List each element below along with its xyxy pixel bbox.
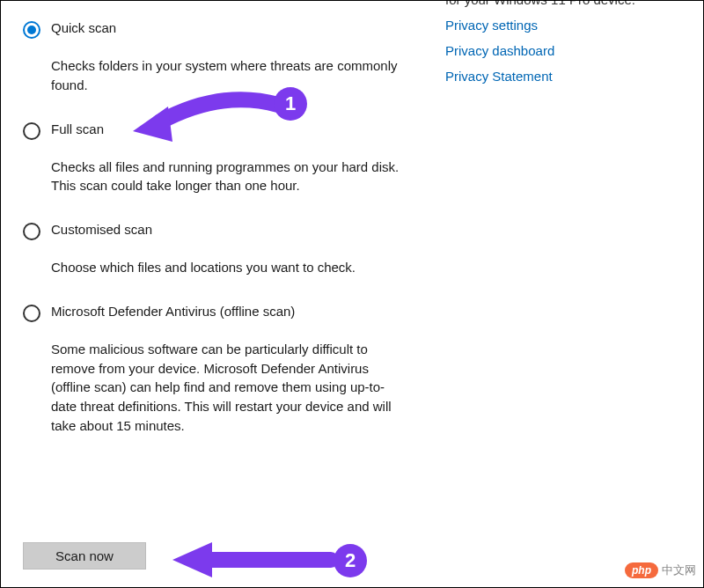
option-label-full: Full scan	[51, 121, 104, 136]
link-privacy-settings[interactable]: Privacy settings	[445, 18, 686, 33]
scan-option-offline[interactable]: Microsoft Defender Antivirus (offline sc…	[23, 304, 410, 322]
link-privacy-dashboard[interactable]: Privacy dashboard	[445, 43, 686, 58]
scan-options-panel: Quick scan Checks folders in your system…	[1, 1, 419, 587]
scan-option-quick[interactable]: Quick scan	[23, 20, 410, 39]
radio-offline-scan[interactable]	[23, 305, 40, 322]
option-label-quick: Quick scan	[51, 20, 116, 35]
option-desc-full: Checks all files and running programmes …	[51, 158, 410, 196]
link-privacy-statement[interactable]: Privacy Statement	[445, 69, 686, 84]
scan-option-custom[interactable]: Customised scan	[23, 222, 410, 240]
option-desc-custom: Choose which files and locations you wan…	[51, 258, 410, 277]
radio-full-scan[interactable]	[23, 122, 40, 140]
radio-custom-scan[interactable]	[23, 223, 40, 240]
sidebar-links: for your Windows 11 Pro device. Privacy …	[419, 1, 703, 587]
option-desc-offline: Some malicious software can be particula…	[51, 340, 410, 436]
radio-quick-scan[interactable]	[23, 21, 40, 39]
option-label-offline: Microsoft Defender Antivirus (offline sc…	[51, 304, 295, 319]
option-label-custom: Customised scan	[51, 222, 152, 237]
option-desc-quick: Checks folders in your system where thre…	[51, 56, 410, 95]
scan-option-full[interactable]: Full scan	[23, 121, 410, 140]
sidebar-truncated-text: for your Windows 11 Pro device.	[445, 0, 686, 7]
scan-now-button[interactable]: Scan now	[23, 542, 146, 570]
